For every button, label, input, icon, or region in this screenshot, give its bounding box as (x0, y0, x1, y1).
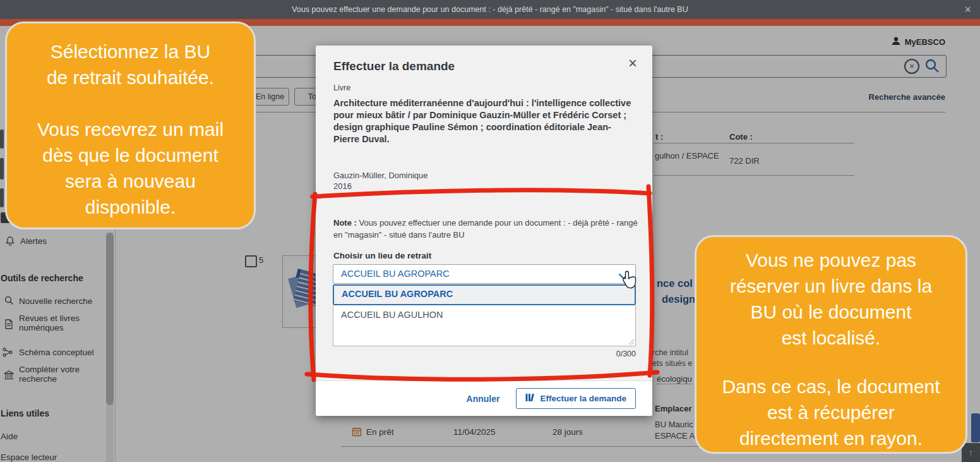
notification-message: Vous pouvez effectuer une demande pour u… (0, 0, 980, 19)
select-value: ACCUEIL BU AGROPARC (341, 269, 450, 279)
pickup-location-label: Choisir un lieu de retrait (333, 251, 431, 260)
callout-text: Vous recevrez un mail dès que le documen… (16, 116, 245, 220)
resize-handle-icon[interactable] (628, 338, 634, 344)
note-text: Note : Vous pouvez effectuer une demande… (333, 217, 638, 241)
option-accueil-bu-agroparc[interactable]: ACCUEIL BU AGROPARC (333, 284, 636, 305)
book-year: 2016 (333, 181, 352, 191)
tutorial-callout-right: Vous ne pouvez pas réserver un livre dan… (695, 235, 967, 454)
close-icon[interactable]: × (964, 3, 971, 16)
notification-bar: Vous pouvez effectuer une demande pour u… (0, 0, 980, 19)
chevron-down-icon (618, 271, 629, 283)
cancel-button[interactable]: Annuler (467, 394, 500, 404)
modal-footer: Annuler Effectuer la demande (316, 380, 652, 416)
close-icon[interactable]: × (628, 56, 637, 71)
bookshelf-icon (525, 393, 535, 404)
request-modal: Effectuer la demande × Livre Architectur… (316, 46, 652, 416)
option-accueil-bu-agulhon[interactable]: ACCUEIL BU AGULHON (333, 305, 636, 327)
pickup-location-select[interactable]: ACCUEIL BU AGROPARC (333, 264, 636, 284)
tutorial-callout-left: Sélectionnez la BU de retrait souhaitée.… (5, 21, 256, 229)
note-label: Note : (333, 218, 357, 228)
book-title: Architecture méditerranéenne d'aujourd'h… (333, 97, 636, 145)
book-author: Gauzin-Müller, Dominique (333, 171, 428, 180)
callout-text: Dans ce cas, le document est à récupérer… (707, 374, 955, 451)
char-counter: 0/300 (616, 350, 636, 358)
callout-text: Vous ne pouvez pas réserver un livre dan… (707, 247, 955, 351)
comment-textarea[interactable] (333, 326, 636, 346)
screen: Vous pouvez effectuer une demande pour u… (0, 0, 980, 462)
format-label: Livre (333, 83, 350, 92)
submit-request-button[interactable]: Effectuer la demande (516, 388, 636, 409)
modal-title: Effectuer la demande (333, 59, 455, 73)
callout-text: Sélectionnez la BU de retrait souhaitée. (16, 39, 245, 90)
